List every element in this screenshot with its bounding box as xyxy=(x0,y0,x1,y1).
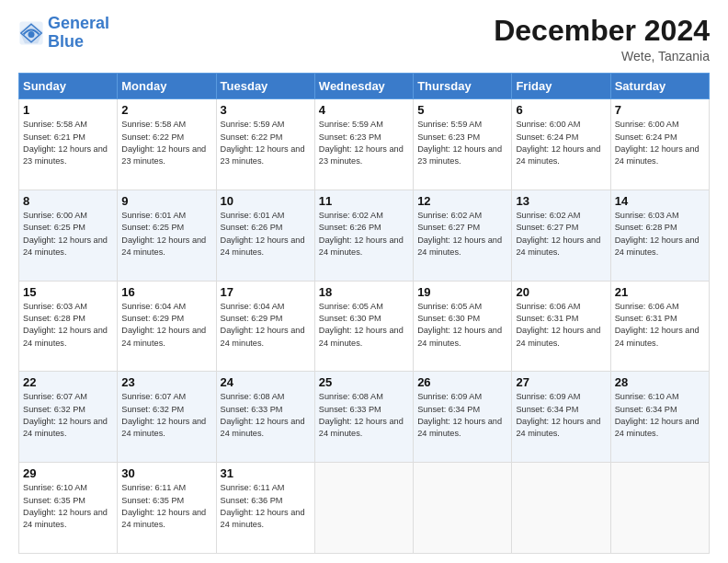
day-number: 4 xyxy=(319,103,409,117)
day-number: 22 xyxy=(23,375,113,389)
day-info: Sunrise: 5:58 AMSunset: 6:22 PMDaylight:… xyxy=(121,119,211,167)
day-number: 10 xyxy=(221,194,311,208)
calendar-week-4: 22Sunrise: 6:07 AMSunset: 6:32 PMDayligh… xyxy=(19,372,710,463)
header: General Blue December 2024 Wete, Tanzani… xyxy=(18,15,710,63)
calendar-cell: 29Sunrise: 6:10 AMSunset: 6:35 PMDayligh… xyxy=(19,463,118,554)
day-info: Sunrise: 6:00 AMSunset: 6:25 PMDaylight:… xyxy=(23,210,113,259)
day-info: Sunrise: 5:58 AMSunset: 6:21 PMDaylight:… xyxy=(23,119,113,167)
day-number: 27 xyxy=(516,375,606,389)
day-number: 9 xyxy=(121,194,211,208)
day-number: 16 xyxy=(121,285,211,299)
day-info: Sunrise: 6:00 AMSunset: 6:24 PMDaylight:… xyxy=(615,119,705,167)
day-number: 20 xyxy=(516,285,606,299)
calendar-cell: 1Sunrise: 5:58 AMSunset: 6:21 PMDaylight… xyxy=(19,99,118,190)
day-info: Sunrise: 5:59 AMSunset: 6:23 PMDaylight:… xyxy=(319,119,409,167)
day-number: 26 xyxy=(417,375,507,389)
day-info: Sunrise: 6:00 AMSunset: 6:24 PMDaylight:… xyxy=(516,119,606,167)
day-info: Sunrise: 6:09 AMSunset: 6:34 PMDaylight:… xyxy=(516,391,606,440)
day-info: Sunrise: 6:03 AMSunset: 6:28 PMDaylight:… xyxy=(615,210,705,259)
logo-line2: Blue xyxy=(48,32,84,51)
calendar-cell: 13Sunrise: 6:02 AMSunset: 6:27 PMDayligh… xyxy=(512,190,610,281)
day-number: 28 xyxy=(615,375,705,389)
calendar-cell: 21Sunrise: 6:06 AMSunset: 6:31 PMDayligh… xyxy=(610,281,709,372)
calendar-cell: 2Sunrise: 5:58 AMSunset: 6:22 PMDaylight… xyxy=(118,99,216,190)
calendar-cell: 25Sunrise: 6:08 AMSunset: 6:33 PMDayligh… xyxy=(314,372,413,463)
day-number: 17 xyxy=(221,285,311,299)
calendar-week-2: 8Sunrise: 6:00 AMSunset: 6:25 PMDaylight… xyxy=(19,190,710,281)
day-info: Sunrise: 6:02 AMSunset: 6:27 PMDaylight:… xyxy=(417,210,507,259)
calendar-cell: 14Sunrise: 6:03 AMSunset: 6:28 PMDayligh… xyxy=(610,190,709,281)
calendar-cell: 4Sunrise: 5:59 AMSunset: 6:23 PMDaylight… xyxy=(314,99,413,190)
calendar-cell: 6Sunrise: 6:00 AMSunset: 6:24 PMDaylight… xyxy=(512,99,610,190)
day-info: Sunrise: 6:10 AMSunset: 6:34 PMDaylight:… xyxy=(615,391,705,440)
day-info: Sunrise: 6:05 AMSunset: 6:30 PMDaylight:… xyxy=(319,301,409,350)
calendar-cell: 18Sunrise: 6:05 AMSunset: 6:30 PMDayligh… xyxy=(314,281,413,372)
day-number: 30 xyxy=(121,466,211,480)
day-info: Sunrise: 6:01 AMSunset: 6:25 PMDaylight:… xyxy=(121,210,211,259)
location: Wete, Tanzania xyxy=(494,49,710,63)
day-info: Sunrise: 6:08 AMSunset: 6:33 PMDaylight:… xyxy=(319,391,409,440)
day-info: Sunrise: 6:04 AMSunset: 6:29 PMDaylight:… xyxy=(221,301,311,350)
calendar-cell: 5Sunrise: 5:59 AMSunset: 6:23 PMDaylight… xyxy=(414,99,512,190)
header-sunday: Sunday xyxy=(19,74,118,99)
calendar-cell: 17Sunrise: 6:04 AMSunset: 6:29 PMDayligh… xyxy=(216,281,314,372)
day-number: 5 xyxy=(417,103,507,117)
calendar-cell: 3Sunrise: 5:59 AMSunset: 6:22 PMDaylight… xyxy=(216,99,314,190)
calendar-cell: 23Sunrise: 6:07 AMSunset: 6:32 PMDayligh… xyxy=(118,372,216,463)
calendar-cell: 30Sunrise: 6:11 AMSunset: 6:35 PMDayligh… xyxy=(118,463,216,554)
day-number: 15 xyxy=(23,285,113,299)
calendar-cell: 20Sunrise: 6:06 AMSunset: 6:31 PMDayligh… xyxy=(512,281,610,372)
day-info: Sunrise: 5:59 AMSunset: 6:22 PMDaylight:… xyxy=(221,119,311,167)
calendar-cell: 8Sunrise: 6:00 AMSunset: 6:25 PMDaylight… xyxy=(19,190,118,281)
day-info: Sunrise: 6:06 AMSunset: 6:31 PMDaylight:… xyxy=(615,301,705,350)
title-block: December 2024 Wete, Tanzania xyxy=(494,15,710,63)
day-number: 7 xyxy=(615,103,705,117)
day-info: Sunrise: 6:07 AMSunset: 6:32 PMDaylight:… xyxy=(23,391,113,440)
day-info: Sunrise: 6:05 AMSunset: 6:30 PMDaylight:… xyxy=(417,301,507,350)
day-number: 31 xyxy=(221,466,311,480)
header-tuesday: Tuesday xyxy=(216,74,314,99)
day-info: Sunrise: 6:08 AMSunset: 6:33 PMDaylight:… xyxy=(221,391,311,440)
calendar-cell: 22Sunrise: 6:07 AMSunset: 6:32 PMDayligh… xyxy=(19,372,118,463)
logo-icon xyxy=(18,20,44,46)
day-number: 14 xyxy=(615,194,705,208)
calendar-cell: 16Sunrise: 6:04 AMSunset: 6:29 PMDayligh… xyxy=(118,281,216,372)
day-number: 18 xyxy=(319,285,409,299)
page: General Blue December 2024 Wete, Tanzani… xyxy=(0,0,728,563)
header-saturday: Saturday xyxy=(610,74,709,99)
day-number: 3 xyxy=(221,103,311,117)
day-number: 2 xyxy=(121,103,211,117)
calendar-cell: 28Sunrise: 6:10 AMSunset: 6:34 PMDayligh… xyxy=(610,372,709,463)
calendar-cell: 24Sunrise: 6:08 AMSunset: 6:33 PMDayligh… xyxy=(216,372,314,463)
calendar-cell: 9Sunrise: 6:01 AMSunset: 6:25 PMDaylight… xyxy=(118,190,216,281)
day-info: Sunrise: 6:01 AMSunset: 6:26 PMDaylight:… xyxy=(221,210,311,259)
logo-line1: General xyxy=(48,14,109,32)
day-number: 13 xyxy=(516,194,606,208)
day-info: Sunrise: 6:07 AMSunset: 6:32 PMDaylight:… xyxy=(121,391,211,440)
day-number: 23 xyxy=(121,375,211,389)
day-info: Sunrise: 6:02 AMSunset: 6:27 PMDaylight:… xyxy=(516,210,606,259)
calendar-cell xyxy=(314,463,413,554)
calendar-cell: 10Sunrise: 6:01 AMSunset: 6:26 PMDayligh… xyxy=(216,190,314,281)
calendar-table: SundayMondayTuesdayWednesdayThursdayFrid… xyxy=(18,73,710,554)
calendar-header-row: SundayMondayTuesdayWednesdayThursdayFrid… xyxy=(19,74,710,99)
calendar-cell: 26Sunrise: 6:09 AMSunset: 6:34 PMDayligh… xyxy=(414,372,512,463)
calendar-cell: 11Sunrise: 6:02 AMSunset: 6:26 PMDayligh… xyxy=(314,190,413,281)
day-number: 21 xyxy=(615,285,705,299)
day-info: Sunrise: 6:11 AMSunset: 6:35 PMDaylight:… xyxy=(121,482,211,531)
day-info: Sunrise: 6:06 AMSunset: 6:31 PMDaylight:… xyxy=(516,301,606,350)
day-number: 19 xyxy=(417,285,507,299)
day-info: Sunrise: 6:04 AMSunset: 6:29 PMDaylight:… xyxy=(121,301,211,350)
calendar-cell: 7Sunrise: 6:00 AMSunset: 6:24 PMDaylight… xyxy=(610,99,709,190)
logo-text: General Blue xyxy=(48,15,109,52)
day-info: Sunrise: 6:10 AMSunset: 6:35 PMDaylight:… xyxy=(23,482,113,531)
day-number: 25 xyxy=(319,375,409,389)
calendar-week-5: 29Sunrise: 6:10 AMSunset: 6:35 PMDayligh… xyxy=(19,463,710,554)
day-number: 8 xyxy=(23,194,113,208)
header-monday: Monday xyxy=(118,74,216,99)
calendar-cell xyxy=(610,463,709,554)
day-number: 11 xyxy=(319,194,409,208)
month-title: December 2024 xyxy=(494,15,710,47)
svg-point-3 xyxy=(28,31,35,38)
day-number: 6 xyxy=(516,103,606,117)
